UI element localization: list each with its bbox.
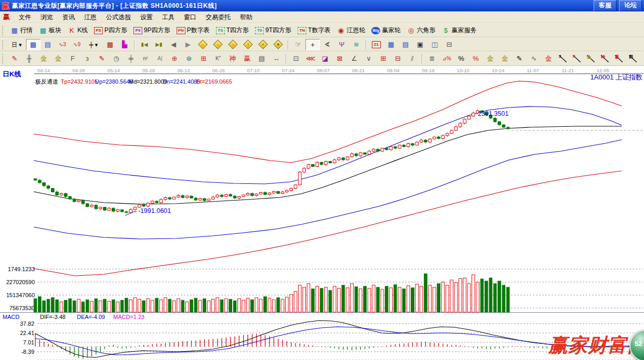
9t-square-button[interactable]: T99T四方形 [252, 24, 294, 36]
menu-item-formula-pick[interactable]: 公式选股 [101, 12, 136, 23]
shrink-x-button[interactable]: ↕ [240, 38, 256, 50]
crosshair-tool-button[interactable]: ＋ [305, 39, 320, 50]
parallel-lines-button[interactable]: ⫽ [405, 53, 420, 64]
fan-box-button[interactable]: ◪ [318, 53, 332, 64]
menu-item-settings[interactable]: 设置 [136, 12, 157, 23]
first-screen-button[interactable]: ▮◀ [137, 39, 152, 50]
k-annotation-button[interactable]: K" [211, 53, 225, 64]
toolbar-grip[interactable] [2, 26, 5, 35]
brush-button[interactable]: ✎ [512, 53, 527, 64]
customer-service-button[interactable]: 客服 [594, 0, 616, 11]
zoom-in-button[interactable]: + [256, 38, 271, 50]
chart-area[interactable]: 04-1404-2805-1405-2806-1206-2607-1007-24… [0, 66, 644, 360]
color-volume-button[interactable]: ▙ [117, 39, 132, 50]
next-screen-button[interactable]: ▶ [181, 39, 195, 50]
zoom-out-button[interactable]: ∗ [271, 38, 286, 50]
rect-select-button[interactable]: ⊡ [289, 53, 303, 64]
last-screen-button[interactable]: ▶▮ [152, 39, 166, 50]
move-right-button[interactable]: → [210, 38, 225, 50]
ray-fan-button[interactable]: ⋘ [303, 53, 318, 64]
fib-lines-button[interactable]: F [65, 53, 80, 64]
circle-target-button[interactable]: ⊕ [167, 53, 182, 64]
web-star-button[interactable]: ⊛ [182, 53, 196, 64]
menu-item-news[interactable]: 资讯 [58, 12, 79, 23]
toolbar-grip[interactable] [2, 54, 5, 63]
time-grid-button[interactable]: ╪ [124, 53, 138, 64]
time-web-button[interactable]: ⊟ [391, 53, 405, 64]
9p-square-button[interactable]: P99P四方形 [130, 24, 173, 36]
spiral-button[interactable]: ϶ [80, 53, 95, 64]
prev-screen-button[interactable]: ◀ [166, 39, 181, 50]
compress-3-button[interactable]: ∿3 [55, 39, 70, 50]
wave-tool-button[interactable]: ≋ [349, 39, 364, 50]
t-square-button[interactable]: TST四方形 [213, 24, 252, 36]
main-chart-red-button[interactable]: ▩ [103, 39, 117, 50]
span-measure-button[interactable]: ↔ [269, 53, 284, 64]
time-cycle-button[interactable]: ◷ [109, 53, 124, 64]
gann-angle-j-button[interactable]: J [556, 54, 570, 64]
gann-angle-shen-button[interactable]: 神 [598, 54, 612, 64]
gann-wheel-button[interactable]: ◉江恩轮 [333, 24, 368, 36]
wave-box-button[interactable]: ∿ [527, 53, 541, 64]
wave-marks-button[interactable]: ∨ [361, 53, 376, 64]
menu-item-gann[interactable]: 江恩 [79, 12, 101, 23]
winner-service-button[interactable]: $赢家服务 [438, 24, 479, 36]
angle-measure-button[interactable]: ∢ [320, 39, 334, 50]
toolbar-grip[interactable] [2, 40, 5, 49]
percent-table-button[interactable]: ≣ [425, 53, 439, 64]
calendar-21-button[interactable]: 21 [369, 39, 384, 50]
percent-button[interactable]: % [454, 53, 468, 64]
marker-pen-button[interactable]: ✎ [95, 53, 109, 64]
hexagon-button[interactable]: ◎六角形 [404, 24, 438, 36]
angle-lines-button[interactable]: ∠ [347, 53, 361, 64]
menu-item-window[interactable]: 窗口 [179, 12, 201, 23]
forum-button[interactable]: 论坛 [619, 0, 642, 11]
save-button[interactable]: ▣ [413, 39, 427, 50]
menu-item-browse[interactable]: 浏览 [36, 12, 58, 23]
ruler-123-button[interactable]: ▤ [254, 53, 269, 64]
quote-button[interactable]: ▦行情 [7, 24, 36, 36]
t-number-table-button[interactable]: TNT数字表 [294, 24, 333, 36]
price-grid-button[interactable]: ╫ [22, 53, 36, 64]
golden-underline-button[interactable]: 金 [541, 53, 556, 64]
win-grid-button[interactable]: 赢 [240, 53, 254, 64]
golden-time-button[interactable]: 金 [51, 53, 65, 64]
candle-style-button[interactable]: ╪ ▾ [84, 39, 103, 50]
web-grid-button[interactable]: ⊞ [196, 53, 211, 64]
kline-chart-svg[interactable]: 04-1404-2805-1405-2806-1206-2607-1007-24… [0, 66, 644, 360]
winner-wheel-button[interactable]: Big赢家轮 [368, 24, 404, 36]
menu-item-help[interactable]: 帮助 [235, 12, 257, 23]
vertical-line-button[interactable]: A| [153, 53, 167, 64]
compress-9-button[interactable]: ∿9 [70, 39, 84, 50]
menu-item-tools[interactable]: 工具 [157, 12, 179, 23]
golden-gate-button[interactable]: 金 [498, 53, 512, 64]
fan-grid-button[interactable]: ⊠ [332, 53, 347, 64]
golden-price-button[interactable]: 金 [36, 53, 51, 64]
gann-angle-f-button[interactable]: F [570, 54, 584, 64]
n-square-button[interactable]: n² [138, 53, 153, 64]
golden-circle-button[interactable]: 金 [483, 53, 498, 64]
menu-item-file[interactable]: 文件 [14, 12, 36, 23]
sector-button[interactable]: ▩板块 [36, 24, 64, 36]
move-left-button[interactable]: ← [195, 38, 210, 50]
p-square-button[interactable]: PSP四方形 [91, 24, 130, 36]
hand-tool-button[interactable]: ☞ [291, 39, 305, 50]
kline-button[interactable]: KK线 [64, 24, 91, 36]
save-web-button[interactable]: ◫ [427, 39, 442, 50]
menu-item-trade[interactable]: 交易委托 [201, 12, 235, 23]
price-web-button[interactable]: ⊞ [376, 53, 391, 64]
shen-grid-button[interactable]: 神 [225, 53, 240, 64]
percent-retrace-button[interactable]: ⊿% [439, 53, 454, 64]
gann-split-button[interactable]: Ψ [334, 39, 349, 50]
pen-tool-button[interactable]: ✎ [7, 53, 22, 64]
chart-list-button[interactable]: ▤ [41, 39, 55, 50]
period-day-button[interactable]: 日 ▾ [7, 39, 26, 50]
gann-angle-win-button[interactable]: 赢 [612, 54, 626, 64]
expand-x-button[interactable]: ↔ [225, 38, 240, 50]
percent-line-button[interactable]: % [468, 53, 483, 64]
p-number-table-button[interactable]: PNP数字表 [173, 24, 213, 36]
gann-angle-four-button[interactable]: 四 [626, 54, 640, 64]
overlay-chart-button[interactable]: ▩ [26, 39, 41, 50]
workstation-button[interactable]: ⊟ [442, 39, 457, 50]
memo-button[interactable]: ▤ [398, 39, 413, 50]
